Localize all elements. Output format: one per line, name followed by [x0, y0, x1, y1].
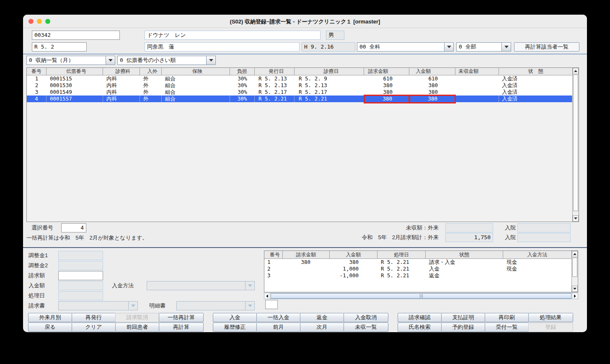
- invoice-table-scrollbar[interactable]: [572, 68, 579, 222]
- scroll-down-icon[interactable]: [572, 286, 578, 292]
- birth-date-field: H 9. 2.16: [302, 42, 355, 52]
- grip-icon: [420, 294, 423, 298]
- header-cell: 請求金額: [283, 251, 330, 258]
- payment-history-table: 番号 請求金額 入金額 処理日 状態 入金方法 1 380 380 R 5. 2…: [264, 250, 578, 292]
- next-month-button[interactable]: 次月: [300, 323, 344, 332]
- payment-method-label: 入金方法: [112, 281, 134, 290]
- chevron-down-icon[interactable]: [106, 56, 115, 65]
- header-cell: 伝票番号: [47, 68, 103, 75]
- previous-patient-button[interactable]: 前回患者: [115, 323, 159, 332]
- cancel-deposit-button[interactable]: 入金取消: [344, 313, 388, 322]
- scrollbar-thumb[interactable]: [271, 293, 571, 299]
- history-table-scrollbar[interactable]: [571, 251, 578, 292]
- patient-name-field[interactable]: 同奈黒 蓮: [145, 42, 300, 52]
- reception-list-button[interactable]: 受付一覧: [485, 323, 529, 332]
- scroll-down-icon[interactable]: [573, 215, 579, 222]
- header-cell: 未収金額: [455, 68, 499, 75]
- scope-select[interactable]: 0 全部: [456, 42, 511, 52]
- history-table-hscrollbar[interactable]: [264, 293, 578, 299]
- billing-month-field[interactable]: R 5. 2: [32, 42, 87, 52]
- header-cell: 処理日: [377, 251, 426, 258]
- table-row[interactable]: 2 0001530 内科 外 組合 30% R 5. 2.13 R 5. 2.1…: [27, 82, 572, 89]
- header-cell: 発行日: [255, 68, 295, 75]
- inpatient-label: 入院: [505, 223, 516, 232]
- table-row[interactable]: 3 -1,000 R 5. 2.21 返金: [264, 272, 571, 279]
- chevron-down-icon[interactable]: [445, 42, 454, 52]
- batch-deposit-button[interactable]: 一括入金: [256, 313, 300, 322]
- gender-field: 男: [326, 31, 344, 40]
- patient-kana-field[interactable]: ドウナツ レン: [145, 31, 321, 40]
- history-edit-button[interactable]: 履歴修正: [213, 323, 257, 332]
- header-cell: 入金額: [330, 251, 377, 258]
- recalc-target-list-button[interactable]: 再計算該当者一覧: [514, 42, 579, 52]
- scroll-up-icon[interactable]: [573, 68, 579, 74]
- history-entry-field[interactable]: [265, 300, 278, 309]
- header-cell: 状態: [426, 251, 503, 258]
- inpatient-label: 入院: [505, 233, 516, 242]
- app-window: (S02) 収納登録−請求一覧 - ドーナツクリニック１ [ormaster] …: [23, 15, 587, 332]
- clear-button[interactable]: クリア: [72, 323, 116, 332]
- reissue-button[interactable]: 再発行: [72, 313, 116, 322]
- chevron-down-icon: [246, 301, 255, 310]
- history-table-header: 番号 請求金額 入金額 処理日 状態 入金方法: [264, 251, 571, 259]
- sort-order-select[interactable]: 0 伝票番号の小さい順: [117, 56, 216, 65]
- list-mode-select[interactable]: 0 収納一覧（月）: [26, 56, 115, 65]
- table-row[interactable]: 1 0001515 内科 外 組合 30% R 5. 2.13 R 5. 2. …: [27, 75, 572, 82]
- unpaid-outpatient-label: 未収額：外来: [355, 223, 439, 232]
- billing-confirm-button[interactable]: 請求確認: [398, 313, 442, 322]
- scrollbar-thumb[interactable]: [572, 258, 577, 277]
- statement-label: 明細書: [149, 301, 165, 310]
- billed-label: 請求額: [28, 271, 45, 280]
- prev-month-button[interactable]: 前月: [256, 323, 300, 332]
- selection-number-field[interactable]: 4: [61, 223, 86, 232]
- table-row[interactable]: 3 0001549 内科 外 組合 30% R 5. 2.17 R 5. 2.1…: [27, 89, 572, 96]
- table-row[interactable]: 2 1,000 R 5. 2.21 入金 現金: [264, 266, 571, 272]
- deposit-button[interactable]: 入金: [213, 313, 257, 322]
- name-search-button[interactable]: 氏名検索: [398, 323, 442, 332]
- adjust2-label: 調整金2: [28, 261, 48, 270]
- scroll-right-icon[interactable]: [572, 293, 578, 299]
- department-select[interactable]: 00 全科: [357, 42, 454, 52]
- header-cell: 入外: [140, 68, 162, 75]
- register-button: 登録: [528, 323, 573, 332]
- statement-select: [176, 301, 255, 310]
- scroll-left-icon[interactable]: [264, 293, 270, 299]
- unpaid-list-button[interactable]: 未収一覧: [344, 323, 388, 332]
- invoice-label: 請求書: [28, 301, 45, 310]
- billed-amount-field[interactable]: [58, 271, 103, 280]
- selection-number-label: 選択番号: [31, 223, 53, 232]
- chevron-down-icon[interactable]: [502, 42, 511, 52]
- reservation-button[interactable]: 予約登録: [441, 323, 485, 332]
- patient-id-field[interactable]: 00342: [32, 31, 120, 40]
- monthly-outpatient-button[interactable]: 外来月別: [28, 313, 72, 322]
- chevron-down-icon[interactable]: [207, 56, 216, 65]
- unpaid-inpatient-field: [517, 223, 571, 232]
- scrollbar-thumb[interactable]: [573, 75, 578, 211]
- header-cell: 入金方法: [503, 251, 571, 258]
- separator: [23, 54, 587, 54]
- payment-certificate-button[interactable]: 支払証明: [441, 313, 485, 322]
- paid-amount-field: [58, 281, 103, 290]
- monthly-billed-inpatient-field: [517, 233, 571, 242]
- header-cell: 番号: [27, 68, 47, 75]
- batch-recalc-button[interactable]: 一括再計算: [159, 313, 204, 322]
- header-cell: 入金額: [409, 68, 455, 75]
- recalc-button[interactable]: 再計算: [159, 323, 204, 332]
- reprint-button[interactable]: 再印刷: [485, 313, 529, 322]
- chevron-down-icon: [129, 301, 138, 310]
- table-row[interactable]: 1 380 380 R 5. 2.21 請求・入金 現金: [264, 259, 571, 266]
- back-button[interactable]: 戻る: [28, 323, 72, 332]
- header-cell: 状 態: [499, 68, 572, 75]
- cancel-billing-button: 請求取消: [115, 313, 159, 322]
- window-title: (S02) 収納登録−請求一覧 - ドーナツクリニック１ [ormaster]: [23, 18, 587, 26]
- monthly-billed-outpatient-field: 1,750: [445, 233, 493, 242]
- titlebar: (S02) 収納登録−請求一覧 - ドーナツクリニック１ [ormaster]: [23, 15, 587, 28]
- scroll-up-icon[interactable]: [572, 251, 578, 257]
- process-date-field: [58, 291, 103, 300]
- process-result-button[interactable]: 処理結果: [528, 313, 573, 322]
- header-cell: 負担: [230, 68, 255, 75]
- adjust1-label: 調整金1: [28, 251, 48, 260]
- paid-label: 入金額: [28, 281, 45, 290]
- table-row-selected[interactable]: 4 0001557 内科 外 組合 30% R 5. 2.21 R 5. 2.2…: [27, 96, 572, 102]
- refund-button[interactable]: 返金: [300, 313, 344, 322]
